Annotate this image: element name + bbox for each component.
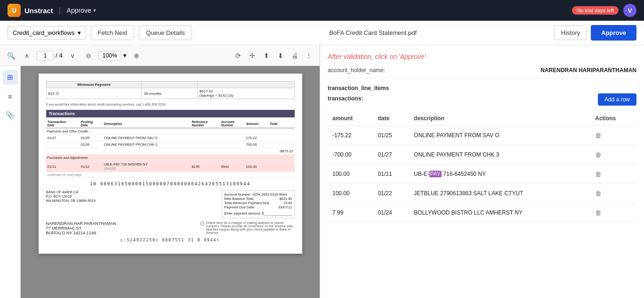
table-cell: ONLINE PAYMENT FROM CHK 3	[103, 141, 190, 148]
date-cell: 01/24	[373, 203, 409, 223]
table-cell: UB-E-PAY 716 6452450 NY244195	[103, 161, 190, 172]
table-row: -175.22 01/25 ONLINE PAYMENT FROM SAV O …	[328, 126, 636, 145]
bank-address: BANK OF AMER CA P.O. BOX 15019 WILMINGTO…	[46, 190, 96, 218]
bank-name: BANK OF AMER CA	[46, 190, 96, 194]
toolbar: Credit_card_workflows ▾ Fetch Next Queue…	[0, 21, 644, 45]
page-total: 4	[59, 52, 63, 59]
table-row: -$875.22	[46, 148, 295, 155]
table-header: Minimum Payment	[46, 82, 142, 88]
amount-cell: -700.00	[328, 145, 373, 165]
due-date-row: Payment Due Date 03/07/11	[224, 205, 292, 209]
highlight-pay: PAY	[429, 171, 442, 177]
search-icon[interactable]: 🔍	[5, 50, 17, 62]
delete-icon[interactable]: 🗑	[595, 209, 602, 216]
table-header	[197, 82, 294, 88]
queue-details-button[interactable]: Queue Details	[139, 25, 192, 40]
fetch-next-button[interactable]: Fetch Next	[91, 25, 135, 40]
table-row: Purchases and Adjustments	[46, 155, 295, 161]
avatar: V	[623, 4, 636, 17]
table-cell	[244, 148, 268, 155]
table-row: Payments and Other Credits	[46, 128, 295, 135]
queue-select-chevron-icon: ▾	[78, 29, 81, 36]
table-cell	[80, 148, 103, 155]
rotate-icon[interactable]: ⟳	[232, 50, 244, 62]
zoom-chevron-icon: ▾	[123, 52, 127, 59]
min-payment-value: 15.00	[283, 201, 292, 205]
transaction-line-items-label: transaction_line_items	[328, 84, 636, 91]
pdf-sidebar: ⊞ ≡ 📎	[0, 66, 21, 298]
table-cell	[190, 135, 219, 141]
table-header	[142, 82, 197, 88]
barcode-line: 10 0006316500001500000700000004264265513…	[46, 182, 295, 186]
print-icon[interactable]: 🖨	[289, 50, 301, 62]
page-input[interactable]	[37, 51, 54, 60]
app-name: Unstract	[24, 7, 53, 15]
workflow-label: Approve	[67, 7, 91, 14]
delete-icon[interactable]: 🗑	[595, 132, 602, 139]
col-amount-header: amount	[328, 111, 373, 126]
zoom-control: 100% ▾	[98, 51, 127, 60]
enter-payment-label: Enter payment amount: $	[224, 211, 264, 216]
table-header-row: amount date description Actions	[328, 111, 636, 126]
transactions-header-row: transactions: Add a row	[328, 93, 636, 106]
amount-cell: -175.22	[328, 126, 373, 145]
customer-section: NARENDRAN HAR PARANTHAMAN 77 MERRIMAC ST…	[46, 221, 295, 235]
queue-select[interactable]: Credit_card_workflows ▾	[8, 26, 86, 40]
upload-icon[interactable]: ⬆	[260, 50, 273, 62]
col-date-header: date	[373, 111, 409, 126]
date-cell: 01/25	[373, 126, 409, 145]
zoom-out-icon[interactable]: ⊖	[82, 50, 95, 62]
validation-message: After validation, click on 'Approve'	[328, 53, 636, 60]
table-cell	[219, 135, 244, 141]
delete-icon[interactable]: 🗑	[595, 190, 602, 197]
customer-address-1: 77 MERRIMAC ST	[46, 226, 116, 231]
col-header: Total	[268, 119, 295, 128]
zoom-in-icon[interactable]: ⊕	[130, 50, 143, 62]
pdf-content-area: ⊞ ≡ 📎 Minimum Payment $22 /2 38 months	[0, 66, 320, 298]
thumbnails-icon[interactable]: ⊞	[3, 70, 18, 85]
next-page-icon[interactable]: ∨	[66, 50, 79, 62]
min-payment-table: Minimum Payment $22 /2 38 months $617 02…	[46, 81, 295, 99]
due-date-label: Payment Due Date	[224, 205, 254, 209]
amount-cell: 100.00	[328, 165, 373, 184]
approve-button[interactable]: Approve	[591, 25, 636, 41]
table-cell	[268, 135, 295, 141]
check-text-content: Check here for a change of mailing addre…	[206, 221, 295, 234]
enter-payment-row: Enter payment amount: $	[224, 211, 292, 216]
bank-street: P.O. BOX 15019	[46, 194, 96, 199]
pdf-document-area: Minimum Payment $22 /2 38 months $617 02…	[21, 66, 320, 298]
account-number-row: Account Number: 4254 2853 5318 9944	[224, 192, 292, 197]
layers-icon[interactable]: ≡	[3, 89, 18, 104]
date-cell: 01/11	[373, 165, 409, 184]
barcode-line-2: c:524022250c 0887551 31 8 9944•	[46, 238, 295, 242]
toolbar-right: History Approve	[554, 25, 636, 41]
actions-cell: 🗑	[590, 145, 636, 165]
col-actions-header: Actions	[590, 111, 636, 126]
delete-icon[interactable]: 🗑	[595, 151, 602, 158]
add-row-button[interactable]: Add a row	[598, 93, 636, 106]
payment-input-line	[264, 211, 292, 216]
top-navigation: U Unstract | Approve ▾ No trial days lef…	[0, 0, 644, 21]
table-cell	[46, 141, 80, 148]
table-cell: $22 /2	[46, 88, 142, 99]
attachments-icon[interactable]: 📎	[3, 108, 18, 123]
account-holder-row: account_holder_name: NARENDRAN HARIPARAN…	[328, 67, 636, 79]
table-cell: 9944	[219, 161, 244, 172]
pan-icon[interactable]: ✢	[246, 50, 258, 62]
delete-icon[interactable]: 🗑	[595, 170, 602, 178]
document-name: BoFA Credit Card Statement.pdf	[197, 29, 549, 36]
download-icon[interactable]: ⬇	[274, 50, 287, 62]
workflow-menu[interactable]: Approve ▾	[67, 7, 96, 14]
prev-page-icon[interactable]: ∧	[21, 50, 33, 62]
actions-cell: 🗑	[590, 203, 636, 223]
date-cell: 01/22	[373, 184, 409, 203]
col-header: AccountNumber	[219, 119, 244, 128]
history-button[interactable]: History	[554, 25, 587, 40]
more-icon[interactable]: ⋮	[303, 50, 315, 62]
change-address-checkbox[interactable]	[201, 222, 204, 225]
col-header: Amount	[244, 119, 268, 128]
table-cell: 01/11	[46, 161, 80, 172]
customer-address-2: BUFFALO NY 14214-1149	[46, 231, 116, 235]
nav-divider: |	[59, 6, 61, 16]
actions-cell: 🗑	[590, 126, 636, 145]
